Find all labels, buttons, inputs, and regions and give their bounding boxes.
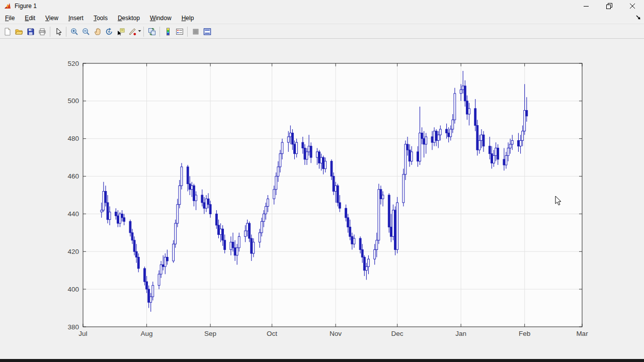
- x-tick-label: Feb: [519, 330, 530, 337]
- save-icon: [27, 28, 35, 36]
- x-tick-label: Jul: [78, 330, 87, 337]
- link-plots-icon: [148, 28, 156, 36]
- data-cursor-button[interactable]: [115, 26, 126, 37]
- toolbar-separator: [159, 27, 160, 37]
- x-tick-label: Nov: [330, 330, 342, 337]
- colorbar-button[interactable]: [162, 26, 174, 37]
- open-folder-button[interactable]: [13, 26, 25, 37]
- hide-plot-tools-button[interactable]: [190, 26, 201, 37]
- y-tick-label: 460: [67, 172, 79, 180]
- edit-plot-button[interactable]: [52, 26, 64, 37]
- print-icon: [38, 28, 46, 36]
- y-tick-label: 420: [67, 248, 79, 255]
- dock-figure-arrow-icon[interactable]: [635, 14, 642, 21]
- new-figure-icon: [4, 28, 12, 36]
- close-button[interactable]: [621, 0, 644, 12]
- pan-button[interactable]: [92, 26, 103, 37]
- hide-plot-tools-icon: [192, 28, 200, 36]
- show-plot-tools-icon: [203, 28, 211, 36]
- edit-plot-icon: [54, 28, 62, 36]
- x-tick-label: Dec: [391, 330, 404, 337]
- pan-icon: [94, 28, 102, 36]
- minimize-button[interactable]: [575, 0, 598, 12]
- brush-button[interactable]: [126, 26, 138, 37]
- save-button[interactable]: [25, 26, 36, 37]
- brush-dropdown-caret[interactable]: [138, 27, 141, 37]
- zoom-out-icon: [82, 28, 90, 36]
- show-plot-tools-button[interactable]: [201, 26, 213, 37]
- x-tick-label: Jan: [455, 330, 466, 337]
- x-tick-label: Sep: [204, 330, 216, 337]
- restore-button[interactable]: [598, 0, 621, 12]
- plot-area: [83, 63, 582, 327]
- mouse-cursor-arrow: [555, 196, 562, 206]
- x-tick-label: Mar: [576, 330, 588, 337]
- y-tick-label: 500: [67, 97, 79, 105]
- menu-item-window[interactable]: Window: [145, 13, 177, 24]
- toolbar-separator: [50, 27, 50, 37]
- figure-toolbar: [0, 25, 644, 39]
- legend-icon: [176, 28, 184, 36]
- rotate-3d-button[interactable]: [103, 26, 115, 37]
- y-tick-label: 480: [67, 135, 79, 142]
- data-cursor-icon: [117, 28, 125, 36]
- menu-item-file[interactable]: File: [0, 13, 20, 24]
- new-figure-button[interactable]: [2, 26, 13, 37]
- y-tick-label: 520: [67, 60, 79, 67]
- toolbar-separator: [187, 27, 188, 37]
- menu-bar: FileEditViewInsertToolsDesktopWindowHelp: [0, 12, 644, 24]
- menu-item-help[interactable]: Help: [177, 13, 199, 24]
- window-titlebar: Figure 1: [0, 0, 644, 12]
- window-title: Figure 1: [15, 3, 37, 10]
- bottom-black-bar: [0, 359, 644, 362]
- menu-item-view[interactable]: View: [40, 13, 63, 24]
- rotate-3d-icon: [105, 28, 113, 36]
- brush-icon: [128, 28, 136, 36]
- menu-item-edit[interactable]: Edit: [20, 13, 40, 24]
- x-tick-label: Aug: [141, 330, 153, 337]
- y-tick-label: 380: [67, 323, 79, 331]
- toolbar-separator: [66, 27, 66, 37]
- zoom-out-button[interactable]: [80, 26, 92, 37]
- open-folder-icon: [15, 28, 23, 36]
- legend-button[interactable]: [174, 26, 185, 37]
- toolbar-separator: [143, 27, 144, 37]
- menu-item-desktop[interactable]: Desktop: [113, 13, 145, 24]
- candlestick-chart: 380400420440460480500520JulAugSepOctNovD…: [0, 39, 644, 359]
- y-tick-label: 440: [67, 210, 79, 218]
- link-plots-button[interactable]: [146, 26, 157, 37]
- print-button[interactable]: [36, 26, 48, 37]
- x-tick-label: Oct: [267, 330, 277, 337]
- zoom-in-icon: [70, 28, 78, 36]
- colorbar-icon: [164, 28, 172, 36]
- menu-item-insert[interactable]: Insert: [63, 13, 89, 24]
- menu-item-tools[interactable]: Tools: [89, 13, 113, 24]
- matlab-icon: [4, 2, 12, 10]
- y-tick-label: 400: [67, 286, 79, 293]
- zoom-in-button[interactable]: [68, 26, 80, 37]
